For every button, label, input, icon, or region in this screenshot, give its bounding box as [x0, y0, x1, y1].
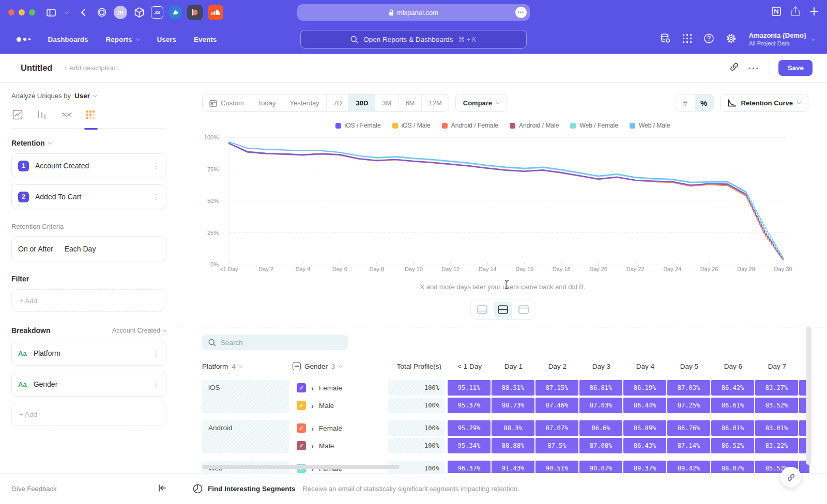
platform-column-header[interactable]: Platform4	[202, 363, 293, 370]
expand-row-icon[interactable]: ›	[311, 442, 314, 450]
analyze-value-dropdown[interactable]: User	[74, 92, 90, 100]
retention-value-cell[interactable]: 88.73%	[492, 398, 534, 413]
retention-value-cell[interactable]: 87.46%	[535, 398, 578, 413]
chart-type-selector[interactable]: Retention Curve	[720, 94, 808, 112]
tab-retention-icon[interactable]	[85, 109, 97, 121]
browser-extension-ring-icon[interactable]	[95, 6, 109, 19]
series-checkbox[interactable]: ✓	[297, 383, 306, 392]
sidebar-toggle-icon[interactable]	[44, 6, 58, 19]
step-menu-icon[interactable]: ⋮	[152, 162, 160, 170]
legend-item[interactable]: iOS / Male	[392, 122, 431, 129]
notion-tab-icon[interactable]	[771, 6, 782, 19]
browser-extension-js-icon[interactable]: JS	[151, 6, 163, 19]
gender-column-header[interactable]: Gender3	[293, 362, 388, 370]
retention-value-cell[interactable]: 86.76%	[667, 420, 710, 436]
retention-value-cell[interactable]: 83.52%	[755, 398, 798, 413]
horizontal-scrollbar[interactable]	[202, 465, 400, 469]
criteria-on-or-after[interactable]: On or After	[18, 245, 53, 253]
site-options-icon[interactable]: •••	[515, 7, 527, 18]
retention-value-cell[interactable]: 86.19%	[623, 380, 666, 396]
retention-criteria-card[interactable]: On or After Each Day	[11, 237, 166, 261]
range-7d[interactable]: 7D	[327, 94, 349, 111]
retention-value-cell[interactable]: 86.52%	[711, 438, 754, 453]
settings-gear-icon[interactable]	[726, 33, 737, 46]
absolute-toggle[interactable]: #	[676, 94, 695, 111]
breakdown-event-selector[interactable]: Account Created	[112, 327, 166, 334]
share-icon[interactable]	[791, 6, 800, 19]
day-column-header[interactable]: Day 3	[579, 363, 623, 370]
range-today[interactable]: Today	[251, 94, 283, 111]
day-column-header[interactable]: Day 2	[535, 363, 579, 370]
mixpanel-logo[interactable]	[17, 37, 30, 42]
legend-item[interactable]: Web / Male	[630, 122, 670, 129]
retention-value-cell[interactable]: 83.27%	[755, 380, 798, 396]
range-6m[interactable]: 6M	[399, 94, 422, 111]
chevron-down-icon[interactable]	[63, 6, 70, 19]
day-column-header[interactable]: Day 5	[667, 363, 711, 370]
retention-value-cell[interactable]: 95.34%	[448, 438, 491, 453]
browser-extension-cube-icon[interactable]	[132, 6, 146, 19]
retention-value-cell[interactable]: 86.61%	[711, 398, 754, 413]
more-options-icon[interactable]: ···	[748, 64, 759, 72]
range-custom[interactable]: Custom	[203, 94, 251, 111]
retention-value-cell[interactable]: 88.88%	[492, 438, 534, 453]
collapse-sidebar-icon[interactable]	[158, 484, 166, 494]
retention-value-cell[interactable]: 87.03%	[579, 398, 622, 413]
give-feedback-link[interactable]: Give Feedback	[11, 485, 56, 493]
share-link-fab[interactable]	[780, 467, 801, 487]
layout-split-button[interactable]	[494, 302, 512, 317]
back-icon[interactable]	[76, 6, 90, 19]
retention-value-cell[interactable]: 88.51%	[492, 380, 534, 396]
legend-item[interactable]: Web / Female	[570, 122, 618, 129]
retention-value-cell[interactable]: 95.29%	[448, 420, 491, 436]
nav-item-users[interactable]: Users	[157, 36, 177, 43]
series-checkbox[interactable]: ✓	[297, 423, 306, 433]
retention-value-cell[interactable]: 87.03%	[667, 380, 710, 396]
retention-value-cell[interactable]: 86.44%	[623, 398, 666, 413]
legend-item[interactable]: Android / Female	[442, 122, 498, 129]
legend-item[interactable]: iOS / Female	[335, 122, 381, 129]
nav-item-events[interactable]: Events	[194, 36, 217, 43]
criteria-each-day[interactable]: Each Day	[65, 245, 96, 253]
series-checkbox[interactable]: ✓	[297, 441, 306, 450]
retention-value-cell[interactable]: 87.15%	[535, 380, 578, 396]
save-button[interactable]: Save	[778, 60, 813, 76]
nav-item-reports[interactable]: Reports	[106, 36, 140, 43]
tab-flows-icon[interactable]	[61, 109, 72, 121]
day-column-header[interactable]: Day 4	[623, 363, 667, 370]
expand-row-icon[interactable]: ›	[311, 424, 314, 432]
tab-funnels-icon[interactable]	[37, 109, 48, 121]
project-switcher[interactable]: Amazonia {Demo} All Project Data	[748, 32, 815, 48]
day-column-header[interactable]: Day 7	[755, 363, 799, 370]
retention-value-cell[interactable]: 87.08%	[579, 438, 622, 453]
add-description[interactable]: + Add description...	[64, 64, 121, 72]
layout-table-focus-button[interactable]	[514, 302, 533, 317]
day-column-header[interactable]: < 1 Day	[448, 363, 492, 370]
retention-step-2[interactable]: 2Added To Cart⋮	[11, 184, 166, 209]
breakdown-menu-icon[interactable]: ⋮	[152, 380, 160, 388]
legend-item[interactable]: Android / Male	[510, 122, 559, 129]
browser-extension-m-icon[interactable]: m	[114, 6, 127, 19]
retention-value-cell[interactable]: 87.14%	[667, 438, 710, 453]
retention-curve-plot[interactable]	[223, 135, 791, 264]
layout-chart-focus-button[interactable]	[473, 302, 492, 317]
series-checkbox[interactable]: ✓	[297, 401, 306, 410]
day-column-header[interactable]: Day 1	[492, 363, 535, 370]
retention-value-cell[interactable]: 86.6%	[579, 420, 622, 436]
segments-title[interactable]: Find Interesting Segments	[208, 485, 296, 493]
breakdown-add-button[interactable]: + Add	[11, 403, 166, 426]
tab-insights-icon[interactable]	[12, 109, 24, 121]
expand-row-icon[interactable]: ›	[311, 384, 314, 392]
global-search[interactable]: Open Reports & Dashboards ⌘ + K	[300, 30, 527, 49]
copy-link-icon[interactable]	[729, 62, 739, 74]
window-controls[interactable]	[8, 9, 35, 15]
retention-value-cell[interactable]: 95.37%	[448, 398, 491, 413]
help-icon[interactable]	[703, 33, 714, 46]
breakdown-menu-icon[interactable]: ⋮	[152, 349, 160, 357]
new-tab-icon[interactable]	[809, 7, 819, 18]
retention-value-cell[interactable]: 86.42%	[711, 380, 754, 396]
nav-item-dashboards[interactable]: Dashboards	[48, 36, 88, 43]
report-title[interactable]: Untitled	[21, 63, 52, 73]
percent-toggle[interactable]: %	[695, 94, 713, 111]
retention-value-cell[interactable]: 87.25%	[667, 398, 710, 413]
